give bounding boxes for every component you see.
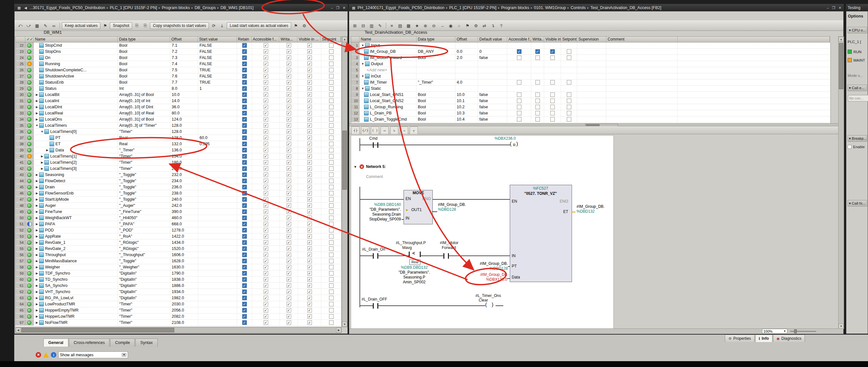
- checkbox-retain[interactable]: ✓: [242, 222, 247, 226]
- expand-icon[interactable]: ▶: [35, 235, 39, 238]
- cell-defaultvalue[interactable]: [478, 67, 507, 73]
- cell-offset[interactable]: 1520.0: [170, 246, 198, 252]
- cell-startvalue[interactable]: [198, 215, 237, 221]
- expand-networks-icon[interactable]: ⊕: [422, 22, 429, 29]
- row-On[interactable]: 24OnBool7.3FALSE✓✓✓✓: [16, 55, 341, 61]
- scroll-thumb[interactable]: [342, 131, 347, 190]
- checkbox-writable[interactable]: ✓: [535, 49, 540, 54]
- row-Weigher[interactable]: 58▶Weigher"_Weigher"1630.0✓✓✓✓: [16, 264, 341, 271]
- checkbox-setpoint[interactable]: [329, 253, 334, 257]
- checkbox-retain[interactable]: ✓: [242, 160, 247, 165]
- coil-icon[interactable]: ( ): [371, 126, 379, 134]
- checkbox-retain[interactable]: ✓: [242, 314, 247, 319]
- cell-supervision[interactable]: [577, 49, 606, 54]
- checkbox-accessible[interactable]: ✓: [264, 148, 268, 152]
- expand-icon[interactable]: ▶: [35, 198, 39, 201]
- checkbox-setpoint[interactable]: [329, 43, 334, 48]
- checkbox-writable[interactable]: ✓: [287, 240, 291, 245]
- cell-offset[interactable]: 668.0: [170, 221, 198, 227]
- checkbox-setpoint[interactable]: [329, 62, 334, 66]
- checkbox-setpoint[interactable]: [329, 68, 334, 72]
- collapse-icon[interactable]: ▼: [361, 44, 365, 47]
- expand-icon[interactable]: ▶: [35, 247, 39, 250]
- cell-datatype[interactable]: "_RoA": [118, 233, 170, 239]
- cell-startvalue[interactable]: [198, 313, 237, 319]
- cell-offset[interactable]: 7.2: [170, 49, 198, 54]
- row-TDF_Synchro[interactable]: 59▶TDF_Synchro"DigitalIn"1790.0✓✓✓✓: [16, 271, 341, 277]
- cell-startvalue[interactable]: [198, 227, 237, 233]
- cell-comment[interactable]: [606, 55, 678, 61]
- checkbox-writable[interactable]: [535, 80, 540, 85]
- row-MiniMassBalance[interactable]: 57▶MiniMassBalance"_Toggle"1628.0✓✓✓✓: [16, 258, 341, 264]
- checkbox-visible[interactable]: [550, 98, 555, 103]
- checkbox-setpoint[interactable]: [567, 80, 571, 85]
- checkbox-writable[interactable]: ✓: [287, 49, 291, 54]
- cell-datatype[interactable]: "_Weigher": [118, 264, 170, 270]
- panel-checkbox-row[interactable]: Enable: [847, 145, 865, 149]
- row-LocalInt[interactable]: 31▶LocalIntArray[0..10] of Int14.0✓✓✓✓: [16, 98, 341, 104]
- cell-defaultvalue[interactable]: false: [478, 110, 507, 116]
- cell-offset[interactable]: 124.0: [170, 116, 198, 122]
- tab-syntax[interactable]: Syntax: [135, 338, 157, 346]
- delete-row-icon[interactable]: ⤻: [25, 22, 32, 29]
- checkbox-writable[interactable]: ✓: [287, 92, 291, 97]
- info-toggle-icon[interactable]: i: [51, 352, 56, 358]
- checkbox-visible[interactable]: ✓: [307, 265, 312, 270]
- breadcrumb-segment[interactable]: PLC_1 [CPU 1515F-2 PN]: [449, 5, 497, 10]
- checkbox-setpoint[interactable]: [329, 265, 334, 270]
- row-TD_Synchro[interactable]: 60▶TD_Synchro"DigitalIn"1838.0✓✓✓✓: [16, 277, 341, 283]
- checkbox-accessible[interactable]: ✓: [264, 302, 268, 306]
- checkbox-retain[interactable]: ✓: [242, 216, 247, 220]
- cell-supervision[interactable]: [577, 116, 606, 122]
- cell-datatype[interactable]: "_Toggle": [118, 172, 170, 178]
- checkbox-setpoint[interactable]: [329, 111, 334, 115]
- cell-datatype[interactable]: "_Timer": [416, 79, 455, 85]
- checkbox-setpoint[interactable]: [329, 191, 334, 196]
- checkbox-writable[interactable]: ✓: [287, 148, 291, 152]
- checkbox-accessible[interactable]: ✓: [264, 179, 268, 183]
- panel-titlebar[interactable]: Testing: [846, 4, 868, 11]
- checkbox-accessible[interactable]: ✓: [264, 271, 268, 276]
- expand-icon[interactable]: ▶: [35, 253, 39, 256]
- cell-datatype[interactable]: "_Throughput": [118, 252, 170, 258]
- checkbox-setpoint[interactable]: [329, 289, 334, 294]
- checkbox-accessible[interactable]: ✓: [264, 240, 268, 245]
- contact-im-motor-forward-bar[interactable]: [448, 253, 449, 259]
- cell-datatype[interactable]: "DigitalIn": [118, 277, 170, 282]
- checkbox-retain[interactable]: ✓: [242, 283, 247, 288]
- row-Throughput[interactable]: 56▶Throughput"_Throughput"1606.0✓✓✓✓: [16, 252, 341, 258]
- cell-datatype[interactable]: [416, 73, 455, 79]
- row-NoFlowTMR[interactable]: 67▶NoFlowTMR"Timer"2108.0✓✓✓✓: [16, 320, 341, 326]
- no-contact-icon[interactable]: ┤├: [351, 126, 360, 134]
- scroll-up-arrow[interactable]: ▲: [839, 37, 844, 42]
- vertical-scrollbar[interactable]: ▲ ▼: [838, 36, 844, 329]
- expand-icon[interactable]: ▶: [40, 167, 44, 170]
- panel-section-Breakp[interactable]: ▾ Breakp...: [847, 135, 867, 142]
- checkbox-visible[interactable]: ✓: [307, 80, 312, 85]
- checkbox-writable[interactable]: ✓: [287, 105, 291, 109]
- checkbox-writable[interactable]: ✓: [287, 179, 291, 183]
- load-start-values-button[interactable]: Load start values as actual values: [227, 22, 291, 29]
- cell-offset[interactable]: 136.0: [170, 147, 198, 153]
- cell-datatype[interactable]: "_Toggle": [118, 196, 170, 202]
- checkbox-accessible[interactable]: ✓: [264, 43, 268, 48]
- checkbox-writable[interactable]: [535, 117, 540, 121]
- row-ShutdownCompleteC...[interactable]: 26ShutdownCompleteC...Bool7.5TRUE✓✓✓✓: [16, 67, 341, 73]
- cell-offset[interactable]: 10.1: [455, 98, 478, 104]
- checkbox-visible[interactable]: ✓: [307, 49, 312, 54]
- cell-offset[interactable]: 1886.0: [170, 283, 198, 288]
- checkbox-setpoint[interactable]: [329, 234, 334, 238]
- rename-icon[interactable]: ✎: [376, 22, 384, 29]
- checkbox-accessible[interactable]: ✓: [517, 49, 522, 54]
- checkbox-accessible[interactable]: ✓: [264, 68, 268, 72]
- checkbox-retain[interactable]: ✓: [242, 111, 247, 115]
- expand-icon[interactable]: ▶: [35, 204, 39, 207]
- settings-gear-icon[interactable]: ⚙: [472, 22, 480, 29]
- checkbox-accessible[interactable]: ✓: [264, 117, 268, 121]
- checkbox-setpoint[interactable]: [329, 259, 334, 263]
- contact-im-motor-forward-label[interactable]: #IM_Motor: [440, 241, 458, 245]
- cell-datatype[interactable]: Bool: [118, 61, 170, 67]
- checkbox-writable[interactable]: ✓: [287, 302, 291, 306]
- zoom-slider-thumb[interactable]: [794, 330, 797, 333]
- cell-datatype[interactable]: Array[0..10] of Int: [118, 98, 170, 104]
